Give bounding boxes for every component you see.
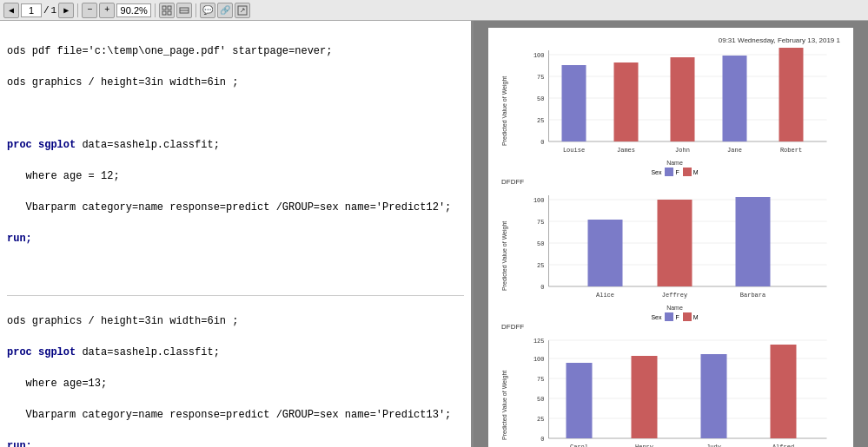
svg-text:50: 50 (537, 396, 544, 403)
y-axis-label-2: Predicted Value of Weight (501, 191, 507, 321)
svg-text:0: 0 (540, 436, 544, 443)
code-line: ods graphics / height=3in width=6in ; (7, 75, 464, 90)
legend-color-m2 (683, 312, 692, 321)
legend-sex-label: Sex (651, 169, 661, 175)
svg-rect-40 (588, 220, 623, 286)
svg-text:75: 75 (537, 74, 544, 81)
page-input[interactable] (21, 3, 42, 17)
page-separator: / (43, 5, 50, 16)
svg-text:100: 100 (533, 197, 545, 204)
svg-text:25: 25 (537, 262, 544, 269)
svg-text:Barbara: Barbara (740, 292, 765, 299)
divider (7, 295, 464, 296)
legend-color-m (683, 168, 692, 176)
svg-text:Judy: Judy (706, 444, 721, 447)
x-axis-title-2: Name (509, 305, 840, 311)
chart-svg-2: 0 25 50 75 100 (509, 191, 840, 304)
link-button[interactable]: 🔗 (217, 3, 233, 18)
chart-label-1: DFDFF (501, 178, 840, 186)
svg-text:100: 100 (533, 356, 545, 363)
next-page-button[interactable]: ▶ (58, 3, 74, 18)
legend-item-f2: F (665, 312, 679, 321)
svg-rect-41 (658, 200, 692, 286)
svg-rect-2 (162, 11, 166, 15)
fit-page-button[interactable] (159, 3, 175, 18)
export-button[interactable] (235, 3, 250, 18)
y-axis-label-3: Predicted Value of Weight (501, 336, 507, 447)
code-line: where age = 12; (7, 168, 464, 184)
svg-rect-3 (168, 11, 171, 15)
svg-rect-23 (779, 48, 804, 141)
chart-legend-2: Sex F M (509, 312, 840, 321)
pdf-panel[interactable]: 09:31 Wednesday, February 13, 2019 1 Pre… (474, 21, 868, 447)
svg-rect-22 (723, 56, 747, 141)
chart-area-1: 0 25 50 75 100 (509, 46, 840, 176)
page-indicator: / 1 (21, 3, 56, 17)
zoom-in-button[interactable]: + (99, 3, 115, 18)
legend-item-m: M (683, 168, 699, 176)
code-line: run; (7, 231, 464, 247)
svg-text:Alfred: Alfred (772, 444, 794, 447)
svg-text:125: 125 (533, 338, 545, 345)
code-line: ods pdf file='c:\temp\one_page.pdf' star… (7, 43, 464, 59)
svg-text:James: James (617, 147, 635, 154)
legend-sex-label-2: Sex (651, 314, 661, 320)
code-content: ods pdf file='c:\temp\one_page.pdf' star… (0, 24, 471, 447)
svg-text:0: 0 (540, 139, 544, 146)
svg-rect-19 (562, 65, 586, 141)
comment-button[interactable]: 💬 (200, 3, 215, 18)
svg-text:Alice: Alice (596, 292, 614, 299)
svg-text:John: John (675, 147, 690, 154)
svg-text:Robert: Robert (780, 147, 802, 154)
svg-text:Carol: Carol (570, 444, 588, 447)
x-axis-title-1: Name (509, 160, 840, 166)
svg-line-7 (241, 9, 244, 12)
legend-color-f2 (665, 312, 673, 321)
chart-svg-1: 0 25 50 75 100 (509, 46, 840, 159)
svg-rect-21 (671, 57, 695, 141)
svg-text:75: 75 (537, 219, 544, 226)
chart2: Predicted Value of Weight 0 25 50 75 100 (501, 191, 840, 331)
code-line: proc sgplot data=sashelp.classfit; (7, 345, 464, 360)
svg-text:Henry: Henry (635, 444, 653, 447)
zoom-out-button[interactable]: − (82, 3, 97, 18)
zoom-input[interactable] (116, 3, 151, 17)
chart-area-3: 0 25 50 75 100 125 (509, 336, 840, 447)
svg-text:75: 75 (537, 376, 544, 383)
legend-item-f: F (665, 168, 679, 176)
pdf-page: 09:31 Wednesday, February 13, 2019 1 Pre… (488, 28, 853, 447)
svg-text:50: 50 (537, 240, 544, 247)
pdf-timestamp: 09:31 Wednesday, February 13, 2019 1 (501, 36, 840, 44)
code-line: where age=13; (7, 376, 464, 391)
code-line: proc sgplot data=sashelp.classfit; (7, 137, 464, 153)
page-total: 1 (51, 5, 57, 16)
svg-rect-61 (701, 354, 727, 438)
code-line: ods graphics / height=3in width=6in ; (7, 313, 464, 329)
y-axis-label-1: Predicted Value of Weight (501, 46, 507, 176)
chart-label-2: DFDFF (501, 323, 840, 331)
code-line (7, 106, 464, 122)
legend-label-m2: M (693, 314, 699, 320)
chart-legend-1: Sex F M (509, 168, 840, 176)
code-panel[interactable]: ods pdf file='c:\temp\one_page.pdf' star… (0, 21, 474, 447)
chart3: Predicted Value of Weight 0 25 50 75 100… (501, 336, 840, 447)
svg-text:Louise: Louise (563, 147, 585, 154)
toolbar: ◀ / 1 ▶ − + 💬 🔗 (0, 0, 868, 21)
sep3 (195, 3, 196, 17)
code-line: Vbarparm category=name response=predict … (7, 200, 464, 215)
code-line (7, 262, 464, 278)
fit-width-button[interactable] (176, 3, 192, 18)
chart-svg-3: 0 25 50 75 100 125 (509, 336, 840, 447)
svg-rect-59 (567, 363, 593, 438)
legend-item-m2: M (683, 312, 699, 321)
svg-text:50: 50 (537, 95, 544, 102)
svg-text:Jane: Jane (727, 147, 742, 154)
svg-rect-0 (162, 6, 166, 10)
prev-page-button[interactable]: ◀ (3, 3, 19, 18)
svg-rect-42 (736, 197, 771, 286)
svg-rect-1 (168, 6, 171, 10)
legend-label-m: M (693, 169, 699, 175)
svg-rect-62 (771, 345, 797, 438)
svg-text:100: 100 (533, 52, 545, 59)
sep2 (155, 3, 156, 17)
